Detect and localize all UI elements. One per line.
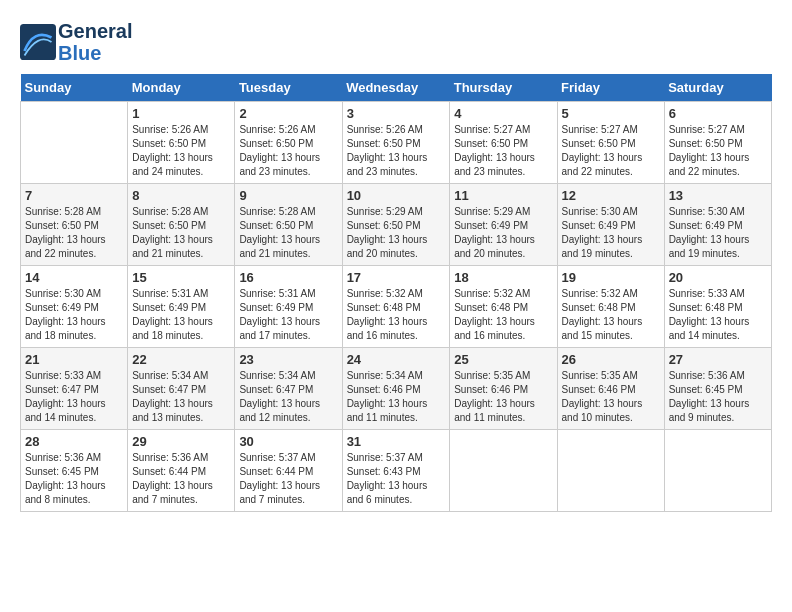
- calendar-cell: 8Sunrise: 5:28 AM Sunset: 6:50 PM Daylig…: [128, 184, 235, 266]
- calendar-week-row: 7Sunrise: 5:28 AM Sunset: 6:50 PM Daylig…: [21, 184, 772, 266]
- day-number: 26: [562, 352, 660, 367]
- calendar-cell: 11Sunrise: 5:29 AM Sunset: 6:49 PM Dayli…: [450, 184, 557, 266]
- day-info: Sunrise: 5:29 AM Sunset: 6:50 PM Dayligh…: [347, 205, 446, 261]
- calendar-cell: 23Sunrise: 5:34 AM Sunset: 6:47 PM Dayli…: [235, 348, 342, 430]
- calendar-cell: 29Sunrise: 5:36 AM Sunset: 6:44 PM Dayli…: [128, 430, 235, 512]
- calendar-cell: 26Sunrise: 5:35 AM Sunset: 6:46 PM Dayli…: [557, 348, 664, 430]
- calendar-cell: 3Sunrise: 5:26 AM Sunset: 6:50 PM Daylig…: [342, 102, 450, 184]
- day-info: Sunrise: 5:37 AM Sunset: 6:44 PM Dayligh…: [239, 451, 337, 507]
- logo-icon: [20, 24, 56, 60]
- day-number: 8: [132, 188, 230, 203]
- day-number: 7: [25, 188, 123, 203]
- day-info: Sunrise: 5:31 AM Sunset: 6:49 PM Dayligh…: [239, 287, 337, 343]
- day-info: Sunrise: 5:28 AM Sunset: 6:50 PM Dayligh…: [239, 205, 337, 261]
- calendar-cell: 21Sunrise: 5:33 AM Sunset: 6:47 PM Dayli…: [21, 348, 128, 430]
- day-info: Sunrise: 5:33 AM Sunset: 6:48 PM Dayligh…: [669, 287, 767, 343]
- day-number: 6: [669, 106, 767, 121]
- day-info: Sunrise: 5:28 AM Sunset: 6:50 PM Dayligh…: [132, 205, 230, 261]
- day-info: Sunrise: 5:27 AM Sunset: 6:50 PM Dayligh…: [454, 123, 552, 179]
- day-info: Sunrise: 5:33 AM Sunset: 6:47 PM Dayligh…: [25, 369, 123, 425]
- day-number: 4: [454, 106, 552, 121]
- calendar-week-row: 21Sunrise: 5:33 AM Sunset: 6:47 PM Dayli…: [21, 348, 772, 430]
- day-number: 21: [25, 352, 123, 367]
- calendar-cell: [450, 430, 557, 512]
- calendar-cell: 13Sunrise: 5:30 AM Sunset: 6:49 PM Dayli…: [664, 184, 771, 266]
- weekday-header-monday: Monday: [128, 74, 235, 102]
- day-number: 18: [454, 270, 552, 285]
- calendar-cell: [21, 102, 128, 184]
- day-info: Sunrise: 5:34 AM Sunset: 6:46 PM Dayligh…: [347, 369, 446, 425]
- calendar-cell: 30Sunrise: 5:37 AM Sunset: 6:44 PM Dayli…: [235, 430, 342, 512]
- page-header: General Blue: [20, 20, 772, 64]
- weekday-header-thursday: Thursday: [450, 74, 557, 102]
- day-number: 17: [347, 270, 446, 285]
- weekday-header-sunday: Sunday: [21, 74, 128, 102]
- day-number: 9: [239, 188, 337, 203]
- calendar-cell: 12Sunrise: 5:30 AM Sunset: 6:49 PM Dayli…: [557, 184, 664, 266]
- calendar-cell: 27Sunrise: 5:36 AM Sunset: 6:45 PM Dayli…: [664, 348, 771, 430]
- logo: General Blue: [20, 20, 132, 64]
- day-number: 12: [562, 188, 660, 203]
- day-info: Sunrise: 5:32 AM Sunset: 6:48 PM Dayligh…: [347, 287, 446, 343]
- day-info: Sunrise: 5:30 AM Sunset: 6:49 PM Dayligh…: [562, 205, 660, 261]
- day-info: Sunrise: 5:36 AM Sunset: 6:44 PM Dayligh…: [132, 451, 230, 507]
- day-info: Sunrise: 5:36 AM Sunset: 6:45 PM Dayligh…: [25, 451, 123, 507]
- calendar-cell: 28Sunrise: 5:36 AM Sunset: 6:45 PM Dayli…: [21, 430, 128, 512]
- calendar-cell: 9Sunrise: 5:28 AM Sunset: 6:50 PM Daylig…: [235, 184, 342, 266]
- day-info: Sunrise: 5:34 AM Sunset: 6:47 PM Dayligh…: [132, 369, 230, 425]
- calendar-cell: 15Sunrise: 5:31 AM Sunset: 6:49 PM Dayli…: [128, 266, 235, 348]
- day-number: 19: [562, 270, 660, 285]
- day-number: 15: [132, 270, 230, 285]
- day-info: Sunrise: 5:30 AM Sunset: 6:49 PM Dayligh…: [669, 205, 767, 261]
- day-number: 31: [347, 434, 446, 449]
- day-number: 24: [347, 352, 446, 367]
- day-number: 13: [669, 188, 767, 203]
- day-info: Sunrise: 5:28 AM Sunset: 6:50 PM Dayligh…: [25, 205, 123, 261]
- day-info: Sunrise: 5:36 AM Sunset: 6:45 PM Dayligh…: [669, 369, 767, 425]
- day-number: 30: [239, 434, 337, 449]
- day-number: 3: [347, 106, 446, 121]
- day-number: 2: [239, 106, 337, 121]
- calendar-cell: 2Sunrise: 5:26 AM Sunset: 6:50 PM Daylig…: [235, 102, 342, 184]
- day-info: Sunrise: 5:26 AM Sunset: 6:50 PM Dayligh…: [239, 123, 337, 179]
- day-number: 10: [347, 188, 446, 203]
- calendar-cell: 17Sunrise: 5:32 AM Sunset: 6:48 PM Dayli…: [342, 266, 450, 348]
- calendar-week-row: 14Sunrise: 5:30 AM Sunset: 6:49 PM Dayli…: [21, 266, 772, 348]
- calendar-cell: 14Sunrise: 5:30 AM Sunset: 6:49 PM Dayli…: [21, 266, 128, 348]
- calendar-cell: 20Sunrise: 5:33 AM Sunset: 6:48 PM Dayli…: [664, 266, 771, 348]
- day-info: Sunrise: 5:34 AM Sunset: 6:47 PM Dayligh…: [239, 369, 337, 425]
- day-number: 27: [669, 352, 767, 367]
- day-number: 23: [239, 352, 337, 367]
- day-number: 5: [562, 106, 660, 121]
- weekday-header-row: SundayMondayTuesdayWednesdayThursdayFrid…: [21, 74, 772, 102]
- weekday-header-friday: Friday: [557, 74, 664, 102]
- calendar-cell: 24Sunrise: 5:34 AM Sunset: 6:46 PM Dayli…: [342, 348, 450, 430]
- day-number: 22: [132, 352, 230, 367]
- calendar-cell: 6Sunrise: 5:27 AM Sunset: 6:50 PM Daylig…: [664, 102, 771, 184]
- weekday-header-saturday: Saturday: [664, 74, 771, 102]
- day-info: Sunrise: 5:32 AM Sunset: 6:48 PM Dayligh…: [562, 287, 660, 343]
- day-number: 14: [25, 270, 123, 285]
- calendar-cell: 25Sunrise: 5:35 AM Sunset: 6:46 PM Dayli…: [450, 348, 557, 430]
- calendar-week-row: 1Sunrise: 5:26 AM Sunset: 6:50 PM Daylig…: [21, 102, 772, 184]
- day-info: Sunrise: 5:35 AM Sunset: 6:46 PM Dayligh…: [454, 369, 552, 425]
- calendar-cell: [557, 430, 664, 512]
- day-info: Sunrise: 5:27 AM Sunset: 6:50 PM Dayligh…: [669, 123, 767, 179]
- calendar-cell: 18Sunrise: 5:32 AM Sunset: 6:48 PM Dayli…: [450, 266, 557, 348]
- calendar-week-row: 28Sunrise: 5:36 AM Sunset: 6:45 PM Dayli…: [21, 430, 772, 512]
- calendar-cell: 19Sunrise: 5:32 AM Sunset: 6:48 PM Dayli…: [557, 266, 664, 348]
- day-info: Sunrise: 5:37 AM Sunset: 6:43 PM Dayligh…: [347, 451, 446, 507]
- calendar-body: 1Sunrise: 5:26 AM Sunset: 6:50 PM Daylig…: [21, 102, 772, 512]
- day-number: 29: [132, 434, 230, 449]
- weekday-header-wednesday: Wednesday: [342, 74, 450, 102]
- calendar-cell: 4Sunrise: 5:27 AM Sunset: 6:50 PM Daylig…: [450, 102, 557, 184]
- day-info: Sunrise: 5:26 AM Sunset: 6:50 PM Dayligh…: [347, 123, 446, 179]
- day-info: Sunrise: 5:35 AM Sunset: 6:46 PM Dayligh…: [562, 369, 660, 425]
- day-info: Sunrise: 5:31 AM Sunset: 6:49 PM Dayligh…: [132, 287, 230, 343]
- calendar-cell: 1Sunrise: 5:26 AM Sunset: 6:50 PM Daylig…: [128, 102, 235, 184]
- calendar-cell: 7Sunrise: 5:28 AM Sunset: 6:50 PM Daylig…: [21, 184, 128, 266]
- logo-text: General Blue: [58, 20, 132, 64]
- day-info: Sunrise: 5:29 AM Sunset: 6:49 PM Dayligh…: [454, 205, 552, 261]
- calendar-cell: 16Sunrise: 5:31 AM Sunset: 6:49 PM Dayli…: [235, 266, 342, 348]
- day-number: 16: [239, 270, 337, 285]
